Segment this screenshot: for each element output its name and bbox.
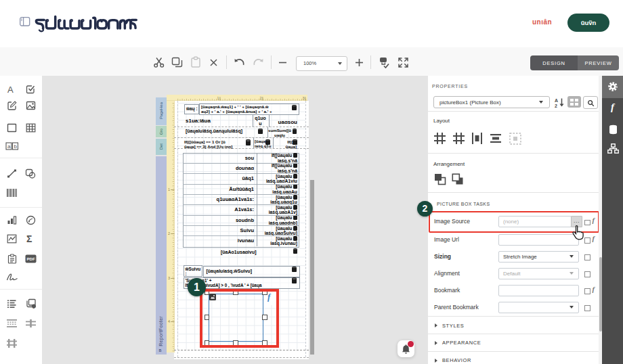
svg-text:1: 1 — [168, 187, 170, 191]
svg-text:3: 3 — [168, 276, 170, 280]
svg-text:1: 1 — [217, 96, 219, 100]
svg-text:3: 3 — [302, 96, 304, 100]
svg-text:4: 4 — [168, 319, 170, 323]
svg-text:A: A — [555, 98, 558, 103]
svg-text:2: 2 — [168, 231, 170, 235]
svg-text:2: 2 — [555, 103, 557, 108]
svg-text:a: a — [7, 143, 11, 150]
svg-text:PDF: PDF — [27, 257, 35, 261]
svg-text:b: b — [14, 143, 18, 150]
svg-text:2: 2 — [259, 96, 261, 100]
